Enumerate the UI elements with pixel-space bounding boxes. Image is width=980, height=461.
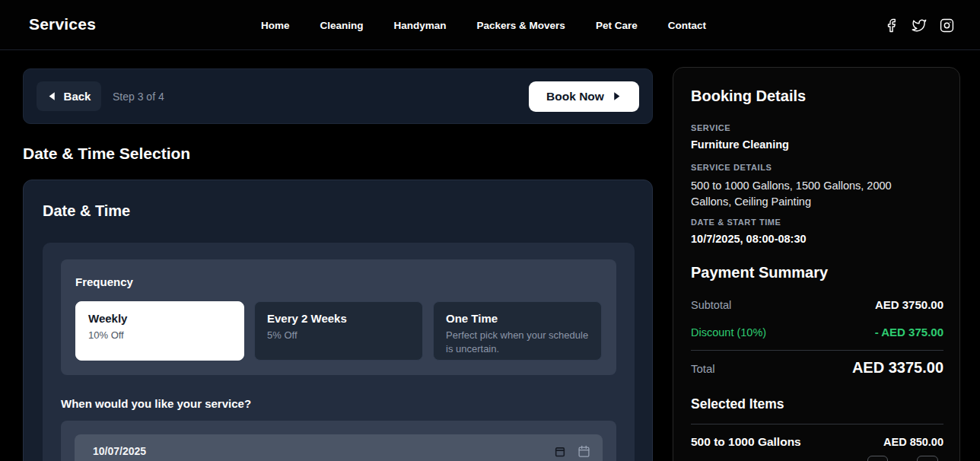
date-start-time-label: DATE & START TIME xyxy=(691,218,943,227)
frequency-section: Frequency Weekly 10% Off Every 2 Weeks 5… xyxy=(61,259,616,375)
service-details-label: SERVICE DETAILS xyxy=(691,163,943,172)
back-arrow-icon xyxy=(47,91,57,101)
frequency-label: Frequency xyxy=(75,275,133,288)
social-links xyxy=(884,0,954,50)
nav-item-handyman[interactable]: Handyman xyxy=(394,20,447,31)
wizard-step-bar: Back Step 3 of 4 Book Now xyxy=(23,68,653,124)
date-start-time-value: 10/7/2025, 08:00-08:30 xyxy=(691,233,943,245)
date-time-card: Date & Time Frequency Weekly 10% Off Eve… xyxy=(23,180,653,461)
frequency-option-one-time[interactable]: One Time Perfect pick when your schedule… xyxy=(433,301,602,361)
calendar-icon[interactable] xyxy=(578,444,590,458)
selected-items-title: Selected Items xyxy=(691,396,943,412)
booking-details-title: Booking Details xyxy=(691,87,943,105)
date-question-label: When would you like your service? xyxy=(61,397,251,410)
frequency-options: Weekly 10% Off Every 2 Weeks 5% Off One … xyxy=(75,301,602,361)
nav-item-pet-care[interactable]: Pet Care xyxy=(596,20,638,31)
subtotal-value: AED 3750.00 xyxy=(875,298,943,311)
nav-item-cleaning[interactable]: Cleaning xyxy=(320,20,364,31)
option-title: One Time xyxy=(446,312,589,325)
book-now-label: Book Now xyxy=(546,90,604,103)
frequency-option-every-2-weeks[interactable]: Every 2 Weeks 5% Off xyxy=(254,301,423,361)
facebook-icon[interactable] xyxy=(884,18,899,33)
service-value: Furniture Cleaning xyxy=(691,138,943,151)
nav-item-packers-movers[interactable]: Packers & Movers xyxy=(477,20,565,31)
discount-row: Discount (10%) - AED 375.00 xyxy=(691,326,943,339)
back-button-label: Back xyxy=(64,90,91,103)
option-title: Weekly xyxy=(88,312,231,325)
date-value: 10/07/2025 xyxy=(93,445,146,457)
book-now-button[interactable]: Book Now xyxy=(529,81,639,112)
selected-item-row: 500 to 1000 Gallons AED 850.00 xyxy=(691,435,943,449)
total-label: Total xyxy=(691,362,715,375)
total-row: Total AED 3375.00 xyxy=(691,359,943,377)
top-navbar: Services Home Cleaning Handyman Packers … xyxy=(0,0,980,50)
quantity-decrease-button[interactable] xyxy=(867,456,888,461)
scheduling-panel: Frequency Weekly 10% Off Every 2 Weeks 5… xyxy=(43,243,635,461)
option-subtitle: Perfect pick when your schedule is uncer… xyxy=(446,329,589,356)
service-date-input[interactable]: 10/07/2025 xyxy=(75,434,603,461)
frequency-option-weekly[interactable]: Weekly 10% Off xyxy=(75,301,244,361)
option-title: Every 2 Weeks xyxy=(267,312,410,325)
service-details-value: 500 to 1000 Gallons, 1500 Gallons, 2000 … xyxy=(691,178,927,210)
item-price: AED 850.00 xyxy=(883,436,943,448)
items-divider xyxy=(691,424,943,424)
service-label: SERVICE xyxy=(691,123,943,132)
payment-summary-title: Payment Summary xyxy=(691,264,943,281)
page-title: Date & Time Selection xyxy=(23,145,190,163)
main-nav: Home Cleaning Handyman Packers & Movers … xyxy=(261,0,706,50)
subtotal-row: Subtotal AED 3750.00 xyxy=(691,298,943,311)
date-spinner-icon[interactable] xyxy=(554,445,566,458)
option-subtitle: 10% Off xyxy=(88,329,231,342)
option-subtitle: 5% Off xyxy=(267,329,410,342)
quantity-increase-button[interactable] xyxy=(917,456,938,461)
nav-item-contact[interactable]: Contact xyxy=(668,20,706,31)
total-value: AED 3375.00 xyxy=(852,359,943,377)
twitter-icon[interactable] xyxy=(912,18,927,33)
brand-logo[interactable]: Services xyxy=(29,15,96,33)
step-indicator: Step 3 of 4 xyxy=(113,91,164,103)
discount-value: - AED 375.00 xyxy=(875,326,943,339)
forward-arrow-icon xyxy=(612,91,622,101)
card-title: Date & Time xyxy=(43,202,130,220)
date-picker-section: 10/07/2025 xyxy=(61,421,616,461)
instagram-icon[interactable] xyxy=(940,18,954,33)
nav-item-home[interactable]: Home xyxy=(261,20,290,31)
item-name: 500 to 1000 Gallons xyxy=(691,435,801,449)
back-button[interactable]: Back xyxy=(37,81,101,111)
discount-label: Discount (10%) xyxy=(691,326,766,339)
booking-summary-sidebar: Booking Details SERVICE Furniture Cleani… xyxy=(673,67,960,461)
payment-divider xyxy=(691,350,943,351)
subtotal-label: Subtotal xyxy=(691,299,731,311)
